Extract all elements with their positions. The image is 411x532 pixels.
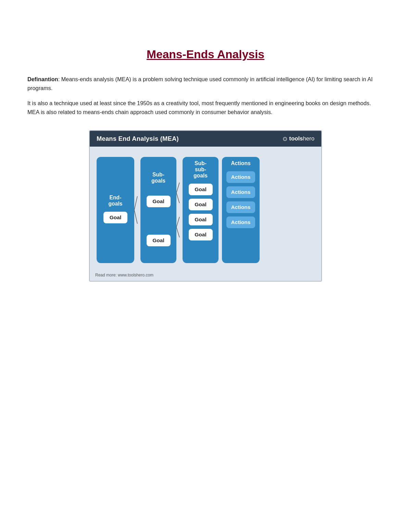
col-endgoals: End-goals Goal: [97, 157, 134, 263]
brand-bold: tools: [289, 135, 303, 142]
diagram-body: End-goals Goal Sub-goals Goal Goal: [90, 147, 321, 270]
subgoals-label: Sub-goals: [151, 172, 165, 184]
connector1: [134, 157, 140, 263]
col-subgoals: Sub-goals Goal Goal: [140, 157, 176, 263]
definition-text: : Means-ends analysis (MEA) is a problem…: [27, 76, 373, 91]
spacer2: [219, 157, 222, 263]
body-text: It is also a technique used at least sin…: [27, 99, 384, 116]
diagram-header: Means End Analysis (MEA) ⊙ toolshero: [90, 131, 321, 147]
subgoal-1: Goal: [147, 196, 171, 207]
connector2-svg: [176, 169, 183, 251]
endgoals-label: End-goals: [109, 195, 123, 207]
subsubgoal-2: Goal: [189, 199, 213, 210]
svg-line-4: [176, 217, 179, 227]
actions-label: Actions: [231, 160, 250, 166]
diagram-body-inner: End-goals Goal Sub-goals Goal Goal: [97, 157, 314, 263]
brand-light: hero: [303, 135, 314, 142]
subsubgoal-4: Goal: [189, 229, 213, 240]
diagram-brand: ⊙ toolshero: [283, 135, 314, 143]
svg-line-3: [176, 193, 179, 203]
col-actions: Actions Actions Actions Actions Actions: [222, 157, 260, 263]
action-4: Actions: [226, 216, 256, 228]
endgoal-goal: Goal: [103, 212, 127, 223]
subsubgoal-3: Goal: [189, 214, 213, 225]
svg-line-0: [134, 196, 137, 210]
action-1: Actions: [226, 171, 256, 183]
action-3: Actions: [226, 201, 256, 213]
connector2: [176, 157, 183, 263]
page-title: Means-Ends Analysis: [27, 48, 384, 61]
diagram-header-title: Means End Analysis (MEA): [97, 135, 179, 143]
col-subsubgoals: Sub-sub-goals Goal Goal Goal Goal: [183, 157, 219, 263]
svg-line-2: [176, 183, 179, 193]
subgoal-2: Goal: [147, 235, 171, 246]
svg-line-1: [134, 210, 137, 224]
connector1-svg: [134, 179, 140, 241]
action-2: Actions: [226, 186, 256, 198]
brand-icon: ⊙: [283, 135, 287, 143]
subsubgoal-1: Goal: [189, 184, 213, 195]
svg-line-5: [176, 227, 179, 237]
diagram-footer: Read more: www.toolshero.com: [90, 270, 321, 281]
brand-text: toolshero: [289, 135, 314, 142]
subsubgoals-label: Sub-sub-goals: [194, 160, 208, 179]
definition-label: Definantion: [27, 76, 58, 82]
definition-block: Definantion: Means-ends analysis (MEA) i…: [27, 75, 384, 92]
mea-diagram: Means End Analysis (MEA) ⊙ toolshero End…: [89, 130, 322, 282]
